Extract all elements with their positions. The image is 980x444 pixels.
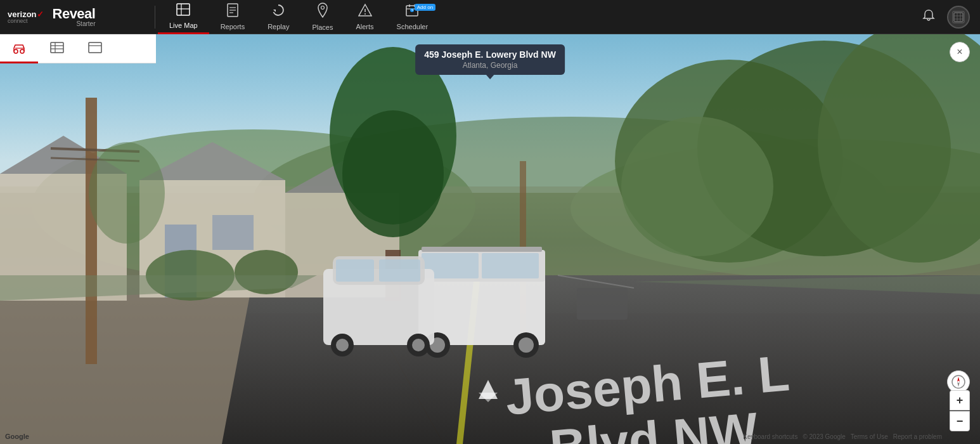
nav-item-live-map[interactable]: Live Map bbox=[158, 0, 209, 34]
svg-point-11 bbox=[364, 13, 366, 15]
nav-item-scheduler[interactable]: Add on Scheduler bbox=[385, 0, 440, 34]
streetview-close-button[interactable]: × bbox=[950, 42, 970, 62]
report-problem-link[interactable]: Report a problem bbox=[893, 433, 942, 440]
nav-item-alerts[interactable]: Alerts bbox=[344, 0, 385, 34]
svg-point-74 bbox=[519, 337, 534, 353]
zoom-out-button[interactable]: − bbox=[950, 411, 970, 431]
left-panel-tabs bbox=[0, 34, 156, 63]
svg-rect-75 bbox=[422, 247, 542, 252]
svg-point-63 bbox=[621, 117, 773, 256]
svg-rect-28 bbox=[51, 42, 63, 53]
svg-point-26 bbox=[20, 49, 24, 53]
reveal-logo: Reveal Starter bbox=[53, 7, 96, 27]
nav-right bbox=[918, 4, 980, 29]
replay-icon bbox=[271, 3, 285, 20]
svg-rect-78 bbox=[336, 259, 374, 282]
nav-item-places[interactable]: Places bbox=[300, 0, 344, 34]
svg-point-25 bbox=[14, 49, 18, 53]
compass-icon bbox=[951, 374, 966, 389]
streetview-scene: Joseph E. L Blvd NW bbox=[0, 34, 980, 444]
svg-rect-79 bbox=[379, 259, 420, 282]
alerts-icon bbox=[358, 3, 372, 20]
svg-point-58 bbox=[342, 110, 444, 237]
tooltip-city: Atlanta, Georgia bbox=[424, 61, 556, 70]
svg-rect-84 bbox=[577, 288, 628, 320]
reports-label: Reports bbox=[221, 23, 245, 30]
live-map-label: Live Map bbox=[169, 22, 198, 29]
user-avatar-button[interactable] bbox=[947, 6, 970, 29]
svg-point-83 bbox=[412, 339, 425, 351]
verizon-checkmark: ✓ bbox=[37, 10, 44, 19]
alerts-label: Alerts bbox=[356, 23, 373, 30]
streetview-container: Joseph E. L Blvd NW bbox=[0, 34, 980, 444]
svg-point-8 bbox=[321, 6, 324, 10]
copyright-text: © 2023 Google bbox=[803, 433, 845, 440]
svg-point-64 bbox=[89, 142, 165, 244]
live-map-icon bbox=[176, 3, 190, 19]
google-watermark: Google bbox=[5, 433, 29, 440]
verizon-sub: connect bbox=[8, 18, 44, 24]
reports-icon bbox=[226, 3, 239, 20]
replay-label: Replay bbox=[268, 23, 289, 30]
reveal-text: Reveal bbox=[53, 7, 96, 21]
verizon-logo: verizon✓ connect bbox=[8, 10, 44, 24]
logo-area: verizon✓ connect Reveal Starter bbox=[0, 7, 152, 27]
top-navigation: verizon✓ connect Reveal Starter Live Map bbox=[0, 0, 980, 34]
svg-rect-53 bbox=[86, 98, 97, 364]
nav-item-replay[interactable]: Replay bbox=[256, 0, 300, 34]
svg-marker-7 bbox=[273, 10, 276, 12]
scheduler-label: Scheduler bbox=[397, 23, 429, 30]
svg-rect-32 bbox=[89, 42, 101, 53]
notifications-button[interactable] bbox=[918, 4, 939, 29]
zoom-controls: + − bbox=[950, 390, 970, 431]
starter-text: Starter bbox=[53, 21, 96, 27]
attribution-area: Keyboard shortcuts © 2023 Google Terms o… bbox=[743, 433, 942, 440]
nav-item-reports[interactable]: Reports bbox=[209, 0, 257, 34]
places-icon bbox=[317, 3, 328, 21]
keyboard-shortcuts-link[interactable]: Keyboard shortcuts bbox=[743, 433, 797, 440]
svg-rect-50 bbox=[212, 215, 254, 250]
panel-tab-list[interactable] bbox=[38, 34, 76, 63]
location-tooltip: 459 Joseph E. Lowery Blvd NW Atlanta, Ge… bbox=[415, 44, 565, 75]
nav-divider bbox=[155, 6, 155, 29]
verizon-text: verizon✓ bbox=[8, 10, 44, 18]
zoom-in-button[interactable]: + bbox=[950, 390, 970, 410]
terms-link[interactable]: Terms of Use bbox=[851, 433, 888, 440]
nav-items: Live Map Reports Replay bbox=[158, 0, 439, 34]
svg-rect-70 bbox=[482, 253, 539, 278]
svg-rect-19 bbox=[953, 11, 964, 23]
close-icon: × bbox=[957, 46, 962, 58]
svg-rect-0 bbox=[177, 4, 190, 15]
tooltip-address: 459 Joseph E. Lowery Blvd NW bbox=[424, 49, 556, 60]
addon-badge: Add on bbox=[415, 4, 435, 11]
svg-point-81 bbox=[336, 339, 349, 351]
places-label: Places bbox=[312, 23, 333, 31]
panel-tab-vehicles[interactable] bbox=[0, 34, 38, 63]
panel-tab-window[interactable] bbox=[76, 34, 114, 63]
